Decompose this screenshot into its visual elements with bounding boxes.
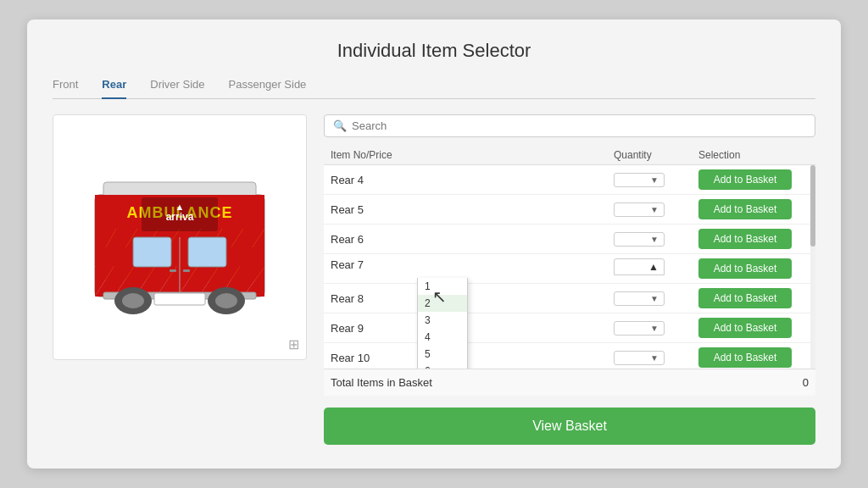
search-icon: 🔍 bbox=[333, 119, 347, 132]
add-to-basket-btn[interactable]: Add to Basket bbox=[698, 288, 792, 308]
qty-dropdown-rear9[interactable]: ▼ bbox=[614, 321, 665, 336]
page-title: Individual Item Selector bbox=[53, 40, 815, 62]
item-row: Rear 9 ▼ Add to Basket bbox=[324, 313, 815, 343]
item-label: Rear 4 bbox=[331, 174, 614, 186]
item-label: Rear 10 bbox=[331, 352, 614, 364]
item-label: Rear 8 bbox=[331, 292, 614, 305]
item-row: Rear 4 ▼ Add to Basket bbox=[324, 165, 815, 195]
qty-dropdown-rear6[interactable]: ▼ bbox=[614, 232, 665, 247]
qty-dropdown-rear8[interactable]: ▼ bbox=[614, 291, 665, 306]
item-label: Rear 6 bbox=[331, 233, 614, 246]
tab-passenger-side[interactable]: Passenger Side bbox=[229, 78, 307, 99]
add-to-basket-btn[interactable]: Add to Basket bbox=[698, 258, 792, 279]
svg-rect-21 bbox=[170, 269, 176, 272]
item-row: Rear 10 ▼ Add to Basket bbox=[324, 343, 815, 369]
dropdown-option-4[interactable]: 4 bbox=[418, 329, 467, 346]
svg-rect-18 bbox=[133, 237, 171, 267]
search-input[interactable] bbox=[352, 119, 806, 132]
dropdown-option-5[interactable]: 5 bbox=[418, 346, 467, 363]
col-sel: Selection bbox=[698, 149, 809, 161]
qty-dropdown-rear7[interactable]: ▲ bbox=[614, 258, 665, 275]
vehicle-image-panel: AMBULANCE bbox=[53, 114, 307, 360]
chevron-down-icon: ▼ bbox=[650, 294, 659, 303]
total-label: Total Items in Basket bbox=[331, 376, 432, 389]
dropdown-option-2[interactable]: 2 bbox=[418, 295, 467, 312]
view-basket-button[interactable]: View Basket bbox=[324, 408, 815, 445]
items-list: Rear 4 ▼ Add to Basket Rear 5 ▼ Add to B… bbox=[324, 165, 815, 369]
add-to-basket-btn[interactable]: Add to Basket bbox=[698, 347, 792, 368]
chevron-down-icon: ▼ bbox=[650, 175, 659, 185]
item-row: Rear 8 ▼ Add to Basket bbox=[324, 284, 815, 313]
svg-text:▲: ▲ bbox=[175, 202, 185, 212]
chevron-down-icon: ▼ bbox=[650, 324, 659, 333]
tab-front[interactable]: Front bbox=[53, 78, 78, 99]
total-row: Total Items in Basket 0 bbox=[324, 369, 815, 396]
qty-dropdown-rear4[interactable]: ▼ bbox=[614, 173, 665, 187]
chevron-down-icon: ▼ bbox=[650, 235, 659, 244]
total-value: 0 bbox=[803, 376, 809, 389]
chevron-down-icon: ▼ bbox=[650, 353, 659, 363]
tabs-bar: Front Rear Driver Side Passenger Side bbox=[53, 77, 815, 99]
svg-text:arriva: arriva bbox=[166, 211, 194, 223]
add-to-basket-btn[interactable]: Add to Basket bbox=[698, 169, 792, 190]
svg-rect-19 bbox=[188, 237, 226, 267]
chevron-up-icon: ▲ bbox=[648, 261, 659, 273]
tab-driver-side[interactable]: Driver Side bbox=[150, 78, 204, 99]
tab-rear[interactable]: Rear bbox=[102, 78, 126, 99]
dropdown-option-1[interactable]: 1 bbox=[418, 278, 467, 295]
item-row: Rear 6 ▼ Add to Basket bbox=[324, 225, 815, 254]
svg-rect-28 bbox=[154, 293, 205, 305]
expand-icon[interactable]: ⊞ bbox=[288, 336, 299, 352]
col-item: Item No/Price bbox=[331, 149, 614, 161]
svg-point-27 bbox=[215, 293, 237, 308]
add-to-basket-btn[interactable]: Add to Basket bbox=[698, 318, 792, 338]
col-qty: Quantity bbox=[614, 149, 698, 161]
search-bar[interactable]: 🔍 bbox=[324, 114, 815, 137]
item-row-rear7: Rear 7 ▲ Add to Basket 1 2 3 4 5 6 bbox=[324, 254, 815, 284]
dropdown-option-6[interactable]: 6 bbox=[418, 363, 467, 369]
svg-point-25 bbox=[122, 293, 144, 308]
qty-dropdown-list: 1 2 3 4 5 6 bbox=[417, 278, 468, 369]
scrollbar-track bbox=[810, 165, 815, 369]
item-row: Rear 5 ▼ Add to Basket bbox=[324, 195, 815, 225]
vehicle-diagram: AMBULANCE bbox=[70, 144, 290, 330]
main-card: Individual Item Selector Front Rear Driv… bbox=[27, 19, 841, 469]
qty-dropdown-rear5[interactable]: ▼ bbox=[614, 202, 665, 217]
svg-rect-22 bbox=[183, 269, 190, 272]
item-label: Rear 5 bbox=[331, 203, 614, 216]
scrollbar-thumb[interactable] bbox=[810, 165, 815, 247]
table-header: Item No/Price Quantity Selection bbox=[324, 146, 815, 165]
item-label: Rear 9 bbox=[331, 322, 614, 335]
item-label: Rear 7 bbox=[331, 258, 614, 271]
add-to-basket-btn[interactable]: Add to Basket bbox=[698, 229, 792, 249]
qty-dropdown-rear10[interactable]: ▼ bbox=[614, 351, 665, 365]
chevron-down-icon: ▼ bbox=[650, 205, 659, 214]
add-to-basket-btn[interactable]: Add to Basket bbox=[698, 199, 792, 219]
selector-panel: 🔍 Item No/Price Quantity Selection Rear … bbox=[324, 114, 815, 445]
dropdown-option-3[interactable]: 3 bbox=[418, 312, 467, 329]
content-area: AMBULANCE bbox=[53, 114, 815, 445]
